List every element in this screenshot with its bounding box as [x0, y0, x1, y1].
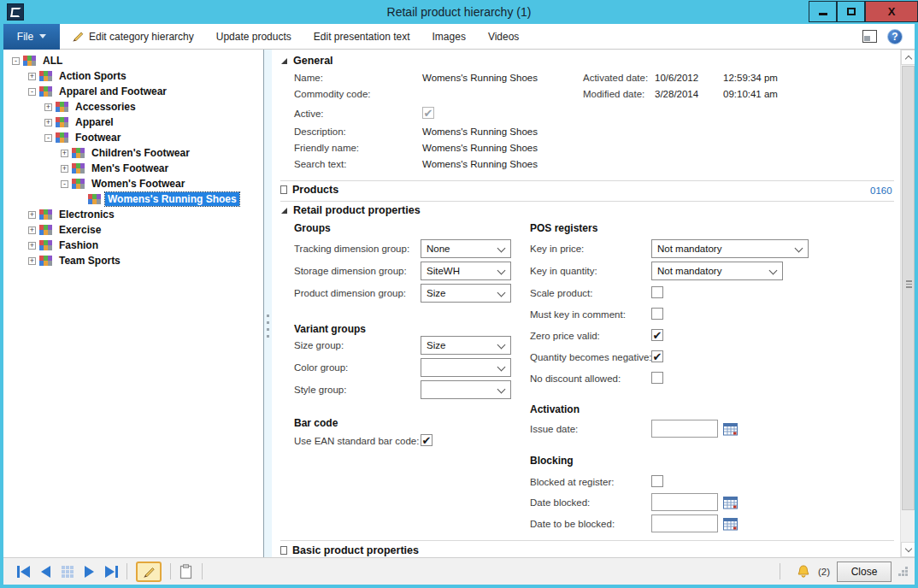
expand-toggle[interactable]: +	[61, 150, 68, 157]
category-icon	[56, 117, 68, 127]
window-title: Retail product hierarchy (1)	[0, 0, 918, 24]
clipboard-icon[interactable]	[179, 564, 193, 579]
issue-date-field[interactable]	[651, 420, 718, 438]
expand-toggle[interactable]: -	[12, 57, 20, 65]
date-blocked-field[interactable]	[651, 493, 718, 511]
expand-toggle[interactable]: +	[28, 211, 36, 219]
date-to-be-blocked-field[interactable]	[651, 514, 718, 532]
maximize-button[interactable]	[837, 1, 865, 22]
expand-toggle[interactable]: +	[28, 257, 36, 265]
category-icon	[39, 71, 52, 81]
style-group-select[interactable]	[421, 380, 511, 399]
expand-toggle[interactable]: +	[28, 242, 36, 250]
category-icon	[72, 179, 85, 189]
key-in-price-label: Key in price:	[530, 244, 584, 254]
tree-item-footwear[interactable]: -Footwear	[3, 130, 263, 145]
chevron-down-icon	[497, 341, 506, 350]
edit-record-button[interactable]	[136, 562, 162, 582]
scale-product-label: Scale product:	[530, 288, 593, 298]
expand-toggle[interactable]: +	[44, 119, 52, 126]
quantity-becomes-negative-label: Quantity becomes negative:	[530, 352, 652, 362]
tree-item-mens-footwear[interactable]: +Men's Footwear	[3, 161, 263, 176]
previous-record-button[interactable]	[41, 566, 50, 578]
size-group-label: Size group:	[294, 340, 344, 350]
scrollbar-thumb[interactable]	[902, 66, 915, 510]
file-menu-label: File	[17, 31, 33, 43]
tree-item-all[interactable]: -ALL	[3, 53, 263, 68]
window-panes-icon[interactable]	[862, 30, 877, 43]
zero-price-valid-checkbox[interactable]	[651, 329, 663, 341]
tree-item-action-sports[interactable]: +Action Sports	[3, 68, 263, 84]
tree-item-exercise[interactable]: +Exercise	[3, 222, 263, 238]
blocked-at-register-checkbox[interactable]	[651, 475, 663, 487]
calendar-icon[interactable]	[722, 515, 739, 532]
storage-dimension-group-select[interactable]: SiteWH	[421, 262, 511, 280]
expand-toggle[interactable]: -	[61, 180, 68, 188]
last-record-button[interactable]	[105, 566, 118, 578]
friendly-name-value: Womens's Running Shoes	[422, 143, 538, 153]
tracking-dimension-group-select[interactable]: None	[421, 239, 511, 258]
pane-splitter[interactable]	[263, 50, 272, 557]
key-in-price-select[interactable]: Not mandatory	[651, 239, 809, 258]
title-bar: Retail product hierarchy (1) X	[0, 0, 918, 24]
close-window-button[interactable]: X	[865, 1, 918, 22]
tree-item-fashion[interactable]: +Fashion	[3, 238, 263, 253]
first-record-button[interactable]	[17, 566, 30, 578]
tree-item-team-sports[interactable]: +Team Sports	[3, 253, 263, 268]
no-discount-allowed-checkbox[interactable]	[651, 372, 663, 384]
blocking-subheader: Blocking	[530, 455, 574, 467]
must-key-in-comment-checkbox[interactable]	[651, 308, 663, 320]
tracking-dimension-group-label: Tracking dimension group:	[294, 244, 409, 254]
product-dimension-group-select[interactable]: Size	[421, 284, 511, 303]
pencil-icon	[71, 30, 84, 43]
expand-toggle[interactable]: +	[28, 226, 36, 234]
section-retail-product-properties[interactable]: Retail product properties	[281, 204, 421, 216]
file-menu-button[interactable]: File	[3, 24, 60, 50]
section-general[interactable]: General	[281, 55, 333, 67]
section-products[interactable]: Products	[281, 184, 338, 196]
tree-item-childrens-footwear[interactable]: +Children's Footwear	[3, 145, 263, 161]
expand-toggle[interactable]: -	[44, 134, 52, 142]
key-in-quantity-select[interactable]: Not mandatory	[651, 262, 783, 280]
help-icon[interactable]: ?	[887, 29, 903, 44]
minimize-button[interactable]	[809, 1, 837, 22]
resize-grip-icon[interactable]	[898, 567, 908, 576]
color-group-select[interactable]	[421, 358, 511, 377]
tree-item-apparel[interactable]: +Apparel	[3, 115, 263, 130]
use-ean-checkbox[interactable]	[421, 434, 433, 446]
category-icon	[39, 240, 52, 250]
menu-item-update-products[interactable]: Update products	[205, 24, 303, 49]
issue-date-label: Issue date:	[530, 424, 578, 434]
scroll-up-button[interactable]	[901, 50, 915, 65]
chevron-down-icon	[497, 289, 506, 297]
expand-toggle[interactable]: -	[28, 88, 36, 96]
grid-view-icon[interactable]	[62, 566, 74, 578]
menu-item-edit-category-hierarchy[interactable]: Edit category hierarchy	[60, 24, 205, 49]
expand-toggle[interactable]: +	[44, 103, 52, 111]
notification-bell-icon[interactable]	[796, 564, 811, 579]
tree-item-apparel-and-footwear[interactable]: -Apparel and Footwear	[3, 84, 263, 99]
section-basic-product-properties[interactable]: Basic product properties	[281, 544, 419, 556]
vertical-scrollbar[interactable]	[900, 50, 915, 557]
products-count-link[interactable]: 0160	[870, 185, 892, 196]
tree-item-accessories[interactable]: +Accessories	[3, 99, 263, 115]
must-key-in-comment-label: Must key in comment:	[530, 309, 626, 320]
size-group-select[interactable]: Size	[421, 336, 511, 355]
menu-item-edit-presentation-text[interactable]: Edit presentation text	[303, 24, 421, 49]
next-record-button[interactable]	[85, 566, 94, 578]
expand-toggle[interactable]: +	[61, 165, 68, 173]
menu-item-videos[interactable]: Videos	[477, 24, 530, 49]
menu-item-images[interactable]: Images	[421, 24, 477, 49]
scale-product-checkbox[interactable]	[651, 286, 663, 298]
notification-count[interactable]: (2)	[818, 567, 830, 577]
scroll-down-button[interactable]	[901, 542, 915, 557]
calendar-icon[interactable]	[722, 420, 739, 437]
calendar-icon[interactable]	[722, 494, 739, 510]
tree-item-womens-running-shoes[interactable]: Womens's Running Shoes	[3, 191, 263, 207]
quantity-becomes-negative-checkbox[interactable]	[651, 350, 663, 362]
expand-toggle[interactable]: +	[28, 73, 36, 80]
search-text-value: Womens's Running Shoes	[422, 159, 538, 169]
tree-item-womens-footwear[interactable]: -Women's Footwear	[3, 176, 263, 191]
close-button[interactable]: Close	[837, 562, 892, 582]
tree-item-electronics[interactable]: +Electronics	[3, 207, 263, 222]
